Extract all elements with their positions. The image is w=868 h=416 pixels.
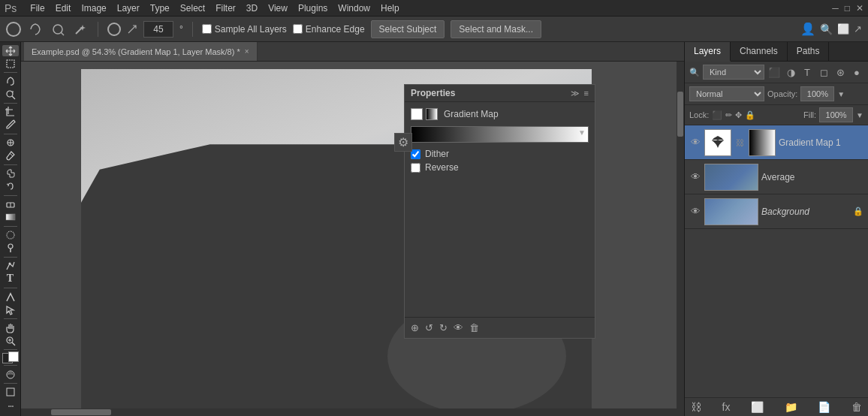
canvas-vertical-scrollbar[interactable] — [677, 62, 684, 416]
search-icon[interactable]: 🔍 — [820, 23, 833, 35]
workspace-icon[interactable]: ⬜ — [837, 23, 849, 35]
lock-position-icon[interactable]: ✏ — [725, 110, 732, 120]
lock-pixels-icon[interactable]: ⬛ — [712, 110, 722, 120]
share-icon[interactable]: ↗ — [854, 23, 862, 35]
filter-kind-select[interactable]: Kind — [703, 65, 764, 80]
menu-3d[interactable]: 3D — [246, 3, 258, 14]
menu-select[interactable]: Select — [180, 3, 205, 14]
layer-visibility-average[interactable]: 👁 — [689, 171, 701, 182]
background-color[interactable] — [8, 351, 19, 362]
path-selection-tool[interactable] — [2, 291, 19, 303]
lock-all-icon[interactable]: 🔒 — [745, 110, 755, 120]
visibility-icon[interactable]: 👁 — [454, 322, 463, 333]
dodge-tool[interactable] — [2, 243, 19, 254]
adjustment-layer-filter-icon[interactable]: ◑ — [784, 67, 797, 78]
direct-selection-tool[interactable] — [2, 304, 19, 315]
delete-icon[interactable]: 🗑 — [469, 322, 479, 333]
selection-tool-icon[interactable] — [6, 22, 21, 37]
pen-tool[interactable] — [2, 260, 19, 271]
crop-tool[interactable] — [2, 107, 19, 118]
redo-icon[interactable]: ↻ — [439, 322, 448, 333]
gradient-tool[interactable] — [2, 212, 19, 223]
gradient-bar[interactable] — [411, 126, 589, 143]
clone-stamp-tool[interactable] — [2, 168, 19, 179]
menu-window[interactable]: Window — [338, 3, 370, 14]
opacity-input[interactable]: 100% — [800, 86, 834, 101]
gradient-bar-arrow[interactable]: ▼ — [578, 128, 586, 137]
adjustment-panel-icon[interactable]: ⚙ — [394, 133, 412, 152]
enhance-edge-checkbox-label[interactable]: Enhance Edge — [293, 24, 365, 35]
move-tool[interactable] — [2, 45, 19, 56]
fill-arrow[interactable]: ▼ — [856, 111, 863, 119]
blur-tool[interactable] — [2, 229, 19, 240]
layer-item-average[interactable]: 👁 Average — [685, 160, 868, 194]
account-icon[interactable]: 👤 — [800, 22, 815, 36]
canvas-horizontal-scrollbar[interactable] — [21, 408, 677, 416]
delete-layer-icon[interactable]: 🗑 — [851, 401, 862, 413]
menu-layer[interactable]: Layer — [117, 3, 140, 14]
layer-visibility-gradient-map[interactable]: 👁 — [689, 137, 701, 148]
minimize-button[interactable]: ─ — [832, 3, 839, 14]
menu-type[interactable]: Type — [150, 3, 170, 14]
sample-all-layers-checkbox-label[interactable]: Sample All Layers — [202, 24, 287, 35]
menu-plugins[interactable]: Plugins — [298, 3, 327, 14]
smart-object-filter-icon[interactable]: ⊛ — [833, 67, 847, 78]
menu-help[interactable]: Help — [381, 3, 399, 14]
enhance-edge-checkbox[interactable] — [293, 24, 303, 34]
tab-paths[interactable]: Paths — [788, 42, 830, 61]
eraser-tool[interactable] — [2, 199, 19, 210]
history-brush-tool[interactable] — [2, 181, 19, 192]
link-layers-icon[interactable]: ⛓ — [691, 401, 701, 413]
rectangular-marquee-tool[interactable] — [2, 58, 19, 69]
menu-view[interactable]: View — [268, 3, 288, 14]
document-tab[interactable]: Example.psd @ 54.3% (Gradient Map 1, Lay… — [24, 42, 258, 61]
select-subject-button[interactable]: Select Subject — [371, 20, 445, 38]
close-button[interactable]: ✕ — [856, 3, 863, 14]
tab-layers[interactable]: Layers — [685, 42, 731, 62]
blend-mode-select[interactable]: Normal — [689, 86, 764, 101]
add-to-selection-icon[interactable]: ⊕ — [411, 322, 419, 333]
lasso-tool[interactable] — [2, 76, 19, 87]
new-layer-icon[interactable]: 📄 — [818, 401, 830, 413]
quick-selection-tool[interactable] — [2, 89, 19, 100]
pixel-layer-filter-icon[interactable]: ⬛ — [767, 67, 781, 78]
angle-input[interactable]: 45 — [143, 21, 173, 38]
brush-tool[interactable] — [2, 150, 19, 161]
menu-edit[interactable]: Edit — [56, 3, 71, 14]
quick-mask-mode[interactable] — [2, 369, 19, 380]
color-swatches[interactable] — [2, 353, 19, 362]
lasso-tool-icon[interactable] — [27, 21, 44, 38]
menu-image[interactable]: Image — [81, 3, 106, 14]
fill-input[interactable]: 100% — [819, 107, 853, 122]
layer-item-background[interactable]: 👁 Background 🔒 — [685, 194, 868, 229]
add-mask-icon[interactable]: ⬜ — [751, 401, 764, 413]
magic-wand-tool-icon[interactable] — [72, 21, 89, 38]
eyedropper-tool[interactable] — [2, 119, 19, 131]
layer-item-gradient-map[interactable]: 👁 ⛓ Gradient Map 1 — [685, 125, 868, 160]
opacity-arrow[interactable]: ▼ — [837, 90, 845, 98]
type-layer-filter-icon[interactable]: T — [800, 67, 814, 78]
menu-filter[interactable]: Filter — [215, 3, 236, 14]
tab-close-button[interactable]: × — [245, 47, 249, 56]
screen-mode[interactable] — [2, 387, 19, 398]
tab-channels[interactable]: Channels — [731, 42, 788, 61]
new-group-icon[interactable]: 📁 — [785, 401, 797, 413]
zoom-tool[interactable] — [2, 335, 19, 346]
maximize-button[interactable]: □ — [845, 3, 850, 14]
properties-menu-icon[interactable]: ≡ — [584, 89, 589, 98]
select-and-mask-button[interactable]: Select and Mask... — [451, 20, 541, 38]
type-tool[interactable]: T — [2, 273, 19, 285]
filter-toggle[interactable]: ● — [850, 67, 863, 78]
undo-icon[interactable]: ↺ — [425, 322, 433, 333]
add-layer-style-icon[interactable]: fx — [722, 401, 731, 413]
properties-expand-icon[interactable]: ≫ — [571, 89, 580, 98]
quick-select-tool-icon[interactable] — [50, 21, 66, 38]
hand-tool[interactable] — [2, 322, 19, 333]
sample-all-layers-checkbox[interactable] — [202, 24, 212, 34]
menu-file[interactable]: File — [30, 3, 44, 14]
lock-artboards-icon[interactable]: ✥ — [735, 110, 742, 120]
layer-visibility-background[interactable]: 👁 — [689, 206, 701, 217]
extra-tools[interactable]: ··· — [2, 399, 19, 413]
shape-layer-filter-icon[interactable]: ◻ — [817, 67, 830, 78]
reverse-checkbox[interactable] — [411, 163, 420, 173]
